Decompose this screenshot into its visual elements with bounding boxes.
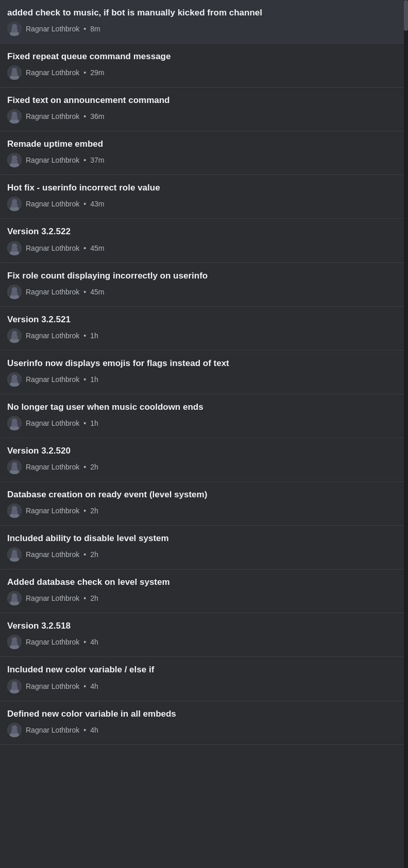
- commit-item[interactable]: added check to music, if bot is manually…: [0, 0, 408, 44]
- author-name: Ragnar Lothbrok: [26, 594, 79, 602]
- separator-dot: •: [83, 156, 86, 164]
- time-ago: 45m: [90, 244, 104, 252]
- commit-meta: Ragnar Lothbrok•2h: [7, 591, 402, 605]
- author-name: Ragnar Lothbrok: [26, 332, 79, 340]
- commit-meta: Ragnar Lothbrok•2h: [7, 504, 402, 518]
- commit-meta: Ragnar Lothbrok•8m: [7, 22, 402, 36]
- commit-title: Database creation on ready event (level …: [7, 489, 402, 500]
- avatar: [7, 679, 22, 693]
- avatar: [7, 153, 22, 167]
- avatar: [7, 460, 22, 474]
- commit-meta: Ragnar Lothbrok•4h: [7, 723, 402, 737]
- commit-item[interactable]: Fix role count displaying incorrectly on…: [0, 263, 408, 307]
- commit-meta: Ragnar Lothbrok•43m: [7, 197, 402, 211]
- commit-title: Version 3.2.522: [7, 226, 402, 237]
- svg-rect-84: [11, 730, 18, 734]
- commit-item[interactable]: Version 3.2.521 Ragnar Lothbrok•1h: [0, 307, 408, 351]
- svg-rect-54: [11, 466, 18, 471]
- commit-meta: Ragnar Lothbrok•4h: [7, 635, 402, 649]
- commit-title: Added database check on level system: [7, 577, 402, 588]
- commit-title: Defined new color variable in all embeds: [7, 708, 402, 720]
- avatar: [7, 591, 22, 605]
- svg-rect-4: [11, 28, 18, 32]
- time-ago: 4h: [90, 638, 98, 646]
- commit-list: added check to music, if bot is manually…: [0, 0, 408, 745]
- commit-item[interactable]: Version 3.2.520 Ragnar Lothbrok•2h: [0, 438, 408, 482]
- svg-rect-29: [11, 248, 18, 252]
- commit-title: Version 3.2.521: [7, 314, 402, 325]
- scrollbar-thumb[interactable]: [404, 0, 408, 31]
- author-name: Ragnar Lothbrok: [26, 550, 79, 559]
- avatar: [7, 504, 22, 518]
- avatar: [7, 416, 22, 430]
- author-name: Ragnar Lothbrok: [26, 419, 79, 427]
- commit-item[interactable]: Remade uptime embed Ragnar Lothbrok•37m: [0, 131, 408, 175]
- time-ago: 1h: [90, 332, 98, 340]
- commit-title: Fix role count displaying incorrectly on…: [7, 270, 402, 282]
- commit-item[interactable]: Defined new color variable in all embeds…: [0, 701, 408, 745]
- svg-rect-19: [11, 160, 18, 164]
- svg-rect-34: [11, 291, 18, 296]
- time-ago: 37m: [90, 156, 104, 164]
- commit-meta: Ragnar Lothbrok•45m: [7, 285, 402, 299]
- separator-dot: •: [83, 200, 86, 208]
- time-ago: 1h: [90, 419, 98, 427]
- commit-item[interactable]: Fixed text on announcement command Ragna…: [0, 88, 408, 131]
- author-name: Ragnar Lothbrok: [26, 112, 79, 120]
- commit-meta: Ragnar Lothbrok•1h: [7, 328, 402, 343]
- commit-meta: Ragnar Lothbrok•45m: [7, 241, 402, 255]
- commit-title: Hot fix - userinfo incorrect role value: [7, 182, 402, 194]
- author-name: Ragnar Lothbrok: [26, 682, 79, 690]
- commit-item[interactable]: Included ability to disable level system…: [0, 526, 408, 569]
- commit-item[interactable]: Database creation on ready event (level …: [0, 482, 408, 526]
- avatar: [7, 723, 22, 737]
- commit-title: Fixed repeat queue command message: [7, 51, 402, 62]
- commit-item[interactable]: Hot fix - userinfo incorrect role value …: [0, 175, 408, 219]
- svg-rect-49: [11, 423, 18, 427]
- avatar: [7, 285, 22, 299]
- commit-meta: Ragnar Lothbrok•1h: [7, 416, 402, 430]
- svg-rect-59: [11, 510, 18, 514]
- author-name: Ragnar Lothbrok: [26, 507, 79, 515]
- commit-item[interactable]: Fixed repeat queue command message Ragna…: [0, 44, 408, 88]
- author-name: Ragnar Lothbrok: [26, 200, 79, 208]
- separator-dot: •: [83, 288, 86, 296]
- commit-item[interactable]: Added database check on level system Rag…: [0, 569, 408, 613]
- svg-rect-9: [11, 72, 18, 76]
- svg-rect-14: [11, 116, 18, 120]
- avatar: [7, 22, 22, 36]
- commit-item[interactable]: Version 3.2.522 Ragnar Lothbrok•45m: [0, 219, 408, 263]
- author-name: Ragnar Lothbrok: [26, 288, 79, 296]
- svg-rect-79: [11, 686, 18, 690]
- separator-dot: •: [83, 594, 86, 602]
- commit-title: Included new color variable / else if: [7, 664, 402, 675]
- commit-item[interactable]: Version 3.2.518 Ragnar Lothbrok•4h: [0, 613, 408, 657]
- commit-item[interactable]: Userinfo now displays emojis for flags i…: [0, 351, 408, 394]
- separator-dot: •: [83, 507, 86, 515]
- author-name: Ragnar Lothbrok: [26, 156, 79, 164]
- author-name: Ragnar Lothbrok: [26, 25, 79, 33]
- author-name: Ragnar Lothbrok: [26, 68, 79, 77]
- commit-meta: Ragnar Lothbrok•36m: [7, 109, 402, 124]
- commit-meta: Ragnar Lothbrok•2h: [7, 547, 402, 562]
- author-name: Ragnar Lothbrok: [26, 726, 79, 734]
- time-ago: 1h: [90, 375, 98, 384]
- commit-meta: Ragnar Lothbrok•37m: [7, 153, 402, 167]
- commit-meta: Ragnar Lothbrok•2h: [7, 460, 402, 474]
- avatar: [7, 109, 22, 124]
- separator-dot: •: [83, 726, 86, 734]
- time-ago: 43m: [90, 200, 104, 208]
- svg-rect-44: [11, 379, 18, 383]
- commit-title: Version 3.2.518: [7, 620, 402, 632]
- scrollbar[interactable]: [404, 0, 408, 868]
- commit-item[interactable]: No longer tag user when music cooldown e…: [0, 394, 408, 438]
- time-ago: 29m: [90, 68, 104, 77]
- svg-rect-24: [11, 203, 18, 207]
- time-ago: 4h: [90, 726, 98, 734]
- svg-rect-64: [11, 554, 18, 558]
- commit-title: Version 3.2.520: [7, 445, 402, 457]
- commit-title: Included ability to disable level system: [7, 533, 402, 544]
- commit-item[interactable]: Included new color variable / else if Ra…: [0, 657, 408, 701]
- time-ago: 8m: [90, 25, 100, 33]
- separator-dot: •: [83, 463, 86, 471]
